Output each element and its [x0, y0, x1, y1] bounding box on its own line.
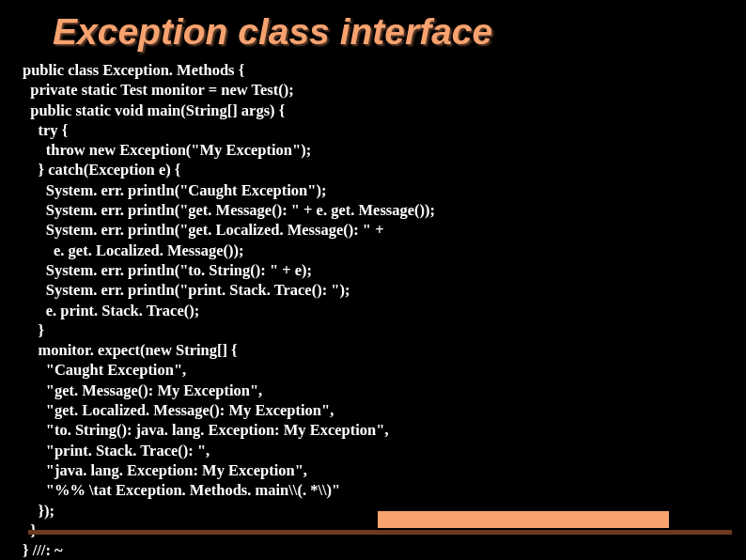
code-block: public class Exception. Methods { privat… — [0, 53, 746, 560]
decor-bar-brown — [28, 530, 732, 535]
slide-title: Exception class interface — [0, 0, 746, 53]
slide: Exception class interface public class E… — [0, 0, 746, 560]
decor-bar-orange — [378, 511, 669, 528]
